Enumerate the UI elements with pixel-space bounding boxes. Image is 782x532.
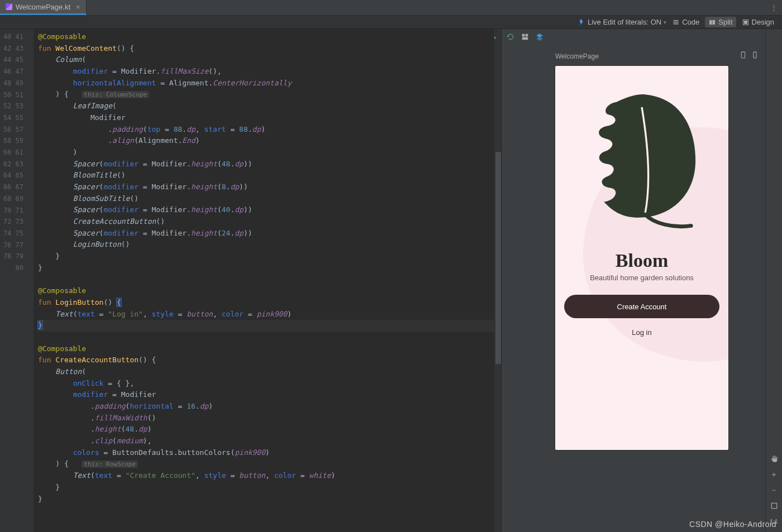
- login-label: Log in: [632, 328, 651, 337]
- code-line[interactable]: fun CreateAccountButton() {: [38, 354, 494, 366]
- login-button[interactable]: Log in: [555, 328, 728, 337]
- code-line[interactable]: }: [38, 251, 494, 262]
- code-line[interactable]: }: [38, 320, 494, 332]
- code-line[interactable]: @Composable: [38, 285, 494, 297]
- svg-rect-0: [709, 20, 712, 25]
- code-line[interactable]: Spacer(modifier = Modifier.height(48.dp)…: [38, 159, 494, 170]
- kotlin-file-icon: [6, 3, 12, 10]
- layout-bounds-icon[interactable]: [521, 32, 530, 41]
- app-subtitle: Beautiful home garden solutions: [555, 274, 728, 282]
- code-line[interactable]: }: [38, 262, 494, 274]
- zoom-fit-button[interactable]: [768, 500, 780, 512]
- code-line[interactable]: LeafImage(: [38, 100, 494, 112]
- code-view-icon: [672, 18, 680, 26]
- svg-rect-4: [522, 34, 525, 37]
- code-line[interactable]: Text(text = "Create Account", style = bu…: [38, 470, 494, 482]
- code-line[interactable]: colors = ButtonDefaults.buttonColors(pin…: [38, 447, 494, 459]
- code-editor[interactable]: 40 41 42 43 44 45 46 47 48 49 50 51 52 5…: [0, 29, 502, 532]
- code-line[interactable]: BloomTitle(): [38, 170, 494, 181]
- svg-rect-5: [526, 34, 528, 37]
- app-title: Bloom: [555, 250, 728, 271]
- code-line[interactable]: .clip(medium),: [38, 435, 494, 447]
- code-line[interactable]: onClick = { },: [38, 378, 494, 390]
- preview-side-toolbar: ＋ － 1:1: [765, 29, 782, 532]
- code-line[interactable]: .padding(horizontal = 16.dp): [38, 401, 494, 413]
- code-line[interactable]: ): [38, 147, 494, 159]
- code-line[interactable]: .fillMaxWidth(): [38, 413, 494, 424]
- split-container: 40 41 42 43 44 45 46 47 48 49 50 51 52 5…: [0, 29, 782, 532]
- split-view-icon: [708, 18, 716, 26]
- lightning-icon: [578, 18, 585, 26]
- code-line[interactable]: Column(: [38, 54, 494, 66]
- view-code-label: Code: [682, 18, 699, 26]
- file-tab-label: WelcomePage.kt: [16, 3, 70, 11]
- code-line[interactable]: horizontalAlignment = Alignment.CenterHo…: [38, 78, 494, 89]
- preview-canvas[interactable]: WelcomePage Bloom: [502, 45, 782, 532]
- line-number-gutter: 40 41 42 43 44 45 46 47 48 49 50 51 52 5…: [0, 29, 27, 532]
- preview-device-tools: [740, 51, 759, 59]
- device-frame: Bloom Beautiful home garden solutions Cr…: [555, 66, 728, 450]
- code-area[interactable]: @Composablefun WelComeContent() { Column…: [35, 29, 494, 532]
- code-line[interactable]: [38, 274, 494, 285]
- editor-scrollbar[interactable]: [495, 29, 501, 532]
- leaf-image: [578, 88, 706, 233]
- code-line[interactable]: }: [38, 493, 494, 505]
- code-line[interactable]: .padding(top = 88.dp, start = 88.dp): [38, 124, 494, 136]
- tab-overflow-button[interactable]: ⋮: [766, 0, 782, 15]
- view-code-button[interactable]: Code: [669, 17, 703, 27]
- fold-strip[interactable]: [27, 29, 35, 532]
- preview-label: WelcomePage: [555, 52, 599, 60]
- file-tab[interactable]: WelcomePage.kt ×: [0, 0, 87, 15]
- watermark-text: CSDN @Heiko-Android: [689, 520, 776, 529]
- view-design-button[interactable]: Design: [738, 17, 778, 27]
- code-line[interactable]: Text(text = "Log in", style = button, co…: [38, 309, 494, 320]
- compose-preview-panel: ✔ WelcomePage: [502, 29, 782, 532]
- code-line[interactable]: Modifier: [38, 112, 494, 124]
- create-account-button[interactable]: Create Account: [564, 295, 719, 318]
- deploy-to-device-icon[interactable]: [740, 51, 747, 59]
- code-line[interactable]: [38, 332, 494, 343]
- code-line[interactable]: }: [38, 482, 494, 493]
- view-design-label: Design: [752, 18, 774, 26]
- svg-point-9: [755, 56, 755, 57]
- code-line[interactable]: @Composable: [38, 31, 494, 43]
- live-edit-label: Live Edit of literals: ON: [588, 18, 661, 26]
- code-line[interactable]: Spacer(modifier = Modifier.height(8.dp)): [38, 181, 494, 193]
- animation-preview-icon[interactable]: [751, 51, 759, 59]
- refresh-icon[interactable]: [506, 32, 515, 41]
- code-line[interactable]: fun WelComeContent() {: [38, 43, 494, 55]
- code-line[interactable]: @Composable: [38, 343, 494, 355]
- chevron-down-icon: ▾: [664, 20, 666, 25]
- zoom-out-button[interactable]: －: [768, 484, 780, 496]
- design-view-icon: [742, 18, 750, 26]
- scrollbar-thumb[interactable]: [495, 152, 501, 364]
- editor-toolbelt: Live Edit of literals: ON ▾ Code Split D…: [0, 16, 782, 29]
- zoom-in-button[interactable]: ＋: [768, 468, 780, 481]
- svg-rect-3: [744, 21, 747, 24]
- tab-bar: WelcomePage.kt × ⋮: [0, 0, 782, 16]
- code-line[interactable]: .height(48.dp): [38, 424, 494, 435]
- live-edit-toggle[interactable]: Live Edit of literals: ON ▾: [578, 18, 666, 26]
- code-line[interactable]: Button(: [38, 366, 494, 378]
- code-line[interactable]: fun LoginButton() {: [38, 297, 494, 309]
- pan-tool-button[interactable]: [768, 453, 780, 465]
- view-split-button[interactable]: Split: [705, 17, 736, 27]
- code-line[interactable]: modifier = Modifier.fillMaxSize(),: [38, 66, 494, 78]
- code-line[interactable]: CreateAccountButton(): [38, 216, 494, 228]
- svg-rect-6: [522, 37, 528, 40]
- code-line[interactable]: Spacer(modifier = Modifier.height(40.dp)…: [38, 204, 494, 216]
- svg-rect-1: [713, 20, 716, 25]
- code-line[interactable]: ) { this: RowScope: [38, 458, 494, 470]
- layers-icon[interactable]: [535, 32, 544, 41]
- code-line[interactable]: ) { this: ColumnScope: [38, 89, 494, 100]
- code-line[interactable]: LoginButton(): [38, 239, 494, 251]
- view-split-label: Split: [718, 18, 732, 26]
- code-line[interactable]: .align(Alignment.End): [38, 135, 494, 147]
- close-tab-icon[interactable]: ×: [76, 3, 80, 11]
- svg-rect-7: [741, 52, 745, 58]
- create-account-label: Create Account: [617, 303, 667, 311]
- code-line[interactable]: modifier = Modifier: [38, 389, 494, 401]
- code-line[interactable]: Spacer(modifier = Modifier.height(24.dp)…: [38, 228, 494, 239]
- code-line[interactable]: BloomSubTitle(): [38, 193, 494, 205]
- svg-rect-10: [771, 503, 776, 508]
